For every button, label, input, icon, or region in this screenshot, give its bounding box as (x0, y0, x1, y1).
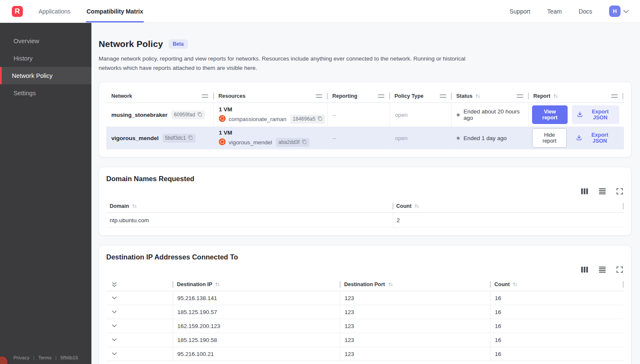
footer-divider: | (33, 355, 34, 360)
export-json-button[interactable]: Export JSON (572, 105, 619, 124)
status-dot (457, 137, 460, 140)
copy-icon[interactable] (197, 112, 202, 118)
network-id: 5bdf3dc1 (165, 135, 186, 141)
user-menu[interactable]: H (609, 6, 629, 17)
row-height-icon[interactable] (599, 266, 606, 273)
vm-count: 1 VM (219, 106, 232, 113)
sidebar-item-overview[interactable]: Overview (0, 32, 91, 50)
domains-card-title: Domain Names Requested (106, 175, 624, 183)
column-resize-handle[interactable] (517, 94, 523, 98)
column-header-policy-type[interactable]: Policy Type (389, 90, 451, 102)
column-header-count[interactable]: Count (393, 200, 623, 212)
row-height-icon[interactable] (599, 188, 606, 195)
ip-row[interactable]: 95.216.138.141 123 16 (106, 291, 624, 305)
column-header-count[interactable]: Count (490, 278, 623, 291)
sort-icon (132, 204, 137, 209)
column-resize-handle[interactable] (202, 94, 208, 98)
column-header-domain[interactable]: Domain (106, 200, 393, 212)
expand-all-icon[interactable] (112, 282, 117, 287)
ip-row[interactable]: 185.125.190.58 123 16 (106, 333, 624, 347)
sidebar-item-network-policy[interactable]: Network Policy (0, 67, 91, 84)
vm-count: 1 VM (219, 130, 232, 136)
terms-link[interactable]: Terms (38, 355, 51, 360)
count-cell: 2 (393, 213, 623, 227)
ips-table-header: Destination IP Destination Port Count (106, 278, 624, 291)
sidebar: Overview History Network Policy Settings… (0, 23, 91, 364)
domain-cell: ntp.ubuntu.com (106, 217, 393, 223)
copy-icon[interactable] (302, 139, 307, 146)
column-label: Reporting (332, 93, 357, 99)
column-header-destination-port[interactable]: Destination Port (340, 278, 490, 291)
status-cell: Ended about 20 hours ago (451, 103, 528, 127)
fullscreen-icon[interactable] (616, 188, 623, 195)
destination-port-cell: 123 (340, 319, 490, 333)
ip-row[interactable]: 185.125.190.57 123 16 (106, 305, 624, 319)
chevron-down-icon[interactable] (112, 310, 117, 314)
network-name: musing_stonebraker (111, 112, 168, 118)
network-id-pill: 5bdf3dc1 (163, 134, 196, 143)
sidebar-item-history[interactable]: History (0, 50, 91, 67)
columns-icon[interactable] (581, 188, 588, 195)
column-resize-handle[interactable] (316, 94, 322, 98)
fullscreen-icon[interactable] (616, 266, 623, 273)
column-resize-handle[interactable] (611, 94, 618, 98)
column-resize-handle[interactable] (378, 94, 384, 98)
destination-port-cell: 123 (340, 347, 490, 361)
docs-link[interactable]: Docs (579, 8, 592, 15)
sort-icon (513, 282, 518, 287)
chevron-down-icon[interactable] (112, 352, 117, 356)
table-toolbar (106, 266, 623, 273)
export-json-button[interactable]: Export JSON (571, 129, 619, 147)
column-label: Destination IP (177, 281, 212, 287)
column-label: Count (494, 281, 510, 287)
count-cell: 16 (490, 305, 623, 319)
sidebar-item-settings[interactable]: Settings (0, 84, 91, 102)
privacy-link[interactable]: Privacy (14, 355, 30, 360)
network-row[interactable]: vigorous_mendel 5bdf3dc1 1 VM vigorous_m… (106, 127, 624, 149)
column-header-resources[interactable]: Resources (213, 90, 327, 102)
column-header-status[interactable]: Status (451, 90, 528, 102)
chevron-down-icon[interactable] (112, 296, 117, 300)
view-report-button[interactable]: View report (532, 105, 568, 124)
ip-row[interactable]: 162.159.200.123 123 16 (106, 319, 624, 333)
column-header-network[interactable]: Network (106, 90, 213, 102)
tab-compatibility-matrix[interactable]: Compatibility Matrix (86, 0, 144, 22)
column-label: Destination Port (344, 281, 385, 287)
hide-report-button[interactable]: Hide report (532, 128, 567, 148)
page-description: Manage network policy, reporting and vie… (99, 54, 468, 72)
resources-cell: 1 VM vigorous_mendel aba2dd3f (213, 127, 327, 149)
copy-icon[interactable] (188, 135, 193, 141)
download-icon (577, 111, 583, 119)
destination-ip-cell: 185.125.190.57 (173, 305, 340, 319)
column-header-report[interactable]: Report (528, 90, 623, 102)
ip-row[interactable]: 95.216.100.21 123 16 (106, 347, 624, 361)
chevron-down-icon[interactable] (112, 324, 117, 328)
footer-divider: | (55, 355, 57, 360)
sidebar-nav: Overview History Network Policy Settings (0, 23, 91, 102)
network-row[interactable]: musing_stonebraker 60959fad 1 VM compass… (106, 103, 624, 127)
destination-ip-cell: 95.216.138.141 (173, 291, 340, 305)
domain-row[interactable]: ntp.ubuntu.com 2 (106, 213, 624, 228)
support-link[interactable]: Support (510, 8, 530, 15)
column-resize-handle[interactable] (440, 94, 446, 98)
ubuntu-icon (219, 138, 226, 146)
logo-letter: R (15, 7, 20, 16)
column-header-reporting[interactable]: Reporting (327, 90, 389, 102)
chevron-down-icon[interactable] (112, 338, 117, 342)
copy-icon[interactable] (317, 116, 323, 122)
resource-id: aba2dd3f (279, 139, 300, 145)
team-link[interactable]: Team (547, 8, 562, 15)
columns-icon[interactable] (581, 266, 588, 273)
column-header-destination-ip[interactable]: Destination IP (173, 278, 340, 291)
network-id: 60959fad (174, 112, 195, 118)
domains-card: Domain Names Requested Domain Count ntp.… (99, 167, 632, 236)
tab-applications[interactable]: Applications (38, 0, 72, 22)
reporting-cell: – (327, 103, 389, 127)
beta-badge: Beta (168, 39, 188, 49)
sort-icon (475, 94, 480, 99)
app-logo[interactable]: R (12, 6, 23, 17)
report-cell: Hide report Export JSON (528, 127, 623, 149)
export-label: Export JSON (585, 132, 614, 144)
nav-right: Support Team Docs H (510, 0, 640, 22)
ips-card-title: Destination IP Addresses Connected To (106, 253, 624, 261)
